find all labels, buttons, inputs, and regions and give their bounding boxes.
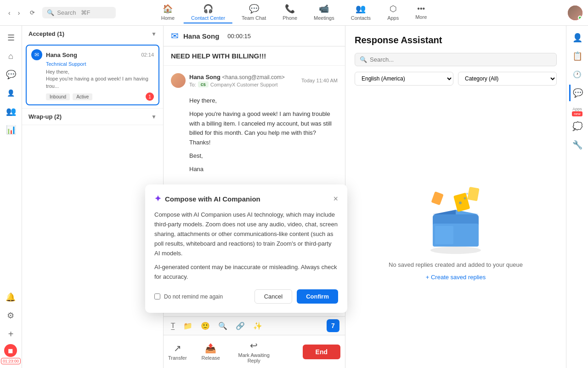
tab-team-chat[interactable]: 💬 Team Chat [234, 2, 273, 23]
link-button[interactable]: 🔗 [234, 320, 247, 332]
queue-item-name: Hana Song [46, 52, 141, 58]
sidebar-team-icon[interactable]: 👥 [3, 103, 19, 120]
contacts-icon: 👥 [356, 4, 366, 14]
modal-checkbox-label[interactable]: Do not remind me again [154, 293, 223, 300]
to-line: To: cs CompanyX Customer Support [189, 81, 285, 87]
chat-footer: ↗ Transfer 📤 Release ↩ Mark Awaiting Rep… [164, 335, 345, 368]
sidebar-settings-icon[interactable]: ⚙ [2, 307, 19, 324]
sidebar-history-icon[interactable]: 🕐 [569, 66, 586, 83]
call-timer: 00:00:15 [227, 33, 251, 40]
sidebar-chat-icon[interactable]: 💬 [3, 66, 19, 83]
sidebar-contact-icon[interactable]: 👤 [3, 85, 19, 101]
sender-name-email: Hana Song <hana.song@zmail.com> [189, 74, 285, 80]
nav-tabs: 🏠 Home 🎧 Contact Center 💬 Team Chat 📞 Ph… [154, 2, 435, 23]
avatar[interactable] [568, 6, 582, 20]
queue-item-header: ✉ Hana Song 02:14 [31, 49, 154, 60]
sidebar-chat2-icon[interactable]: 💭 [569, 118, 586, 135]
queue-item-tags: Inbound Active 1 [31, 92, 154, 101]
nav-arrows: ‹ › [6, 7, 23, 18]
tab-home[interactable]: 🏠 Home [154, 2, 182, 23]
modal-actions: Cancel Confirm [254, 289, 338, 304]
sidebar-menu-icon[interactable]: ☰ [3, 29, 19, 46]
tag-inbound: Inbound [46, 93, 70, 100]
category-select[interactable]: Category (All) Billing Technical General [458, 72, 557, 86]
tab-team-chat-label: Team Chat [242, 15, 266, 21]
to-badge: cs [198, 81, 209, 87]
release-button[interactable]: 📤 Release [202, 343, 220, 361]
ai-number-badge[interactable]: 7 [327, 319, 339, 332]
create-saved-replies-link[interactable]: + Create saved replies [426, 274, 486, 281]
tab-more[interactable]: ••• More [408, 3, 434, 23]
sidebar-user-info-icon[interactable]: 👤 [569, 29, 586, 46]
sidebar-bell-icon[interactable]: 🔔 [2, 289, 19, 305]
modal-cancel-button[interactable]: Cancel [254, 289, 292, 304]
apps-icon: ⬡ [390, 4, 397, 14]
tab-apps[interactable]: ⬡ Apps [380, 2, 406, 23]
search-bar[interactable]: 🔍 Search ⌘F [42, 7, 116, 18]
response-search-icon: 🔍 [360, 56, 367, 63]
mark-awaiting-button[interactable]: ↩ Mark Awaiting Reply [235, 340, 273, 363]
response-search[interactable]: 🔍 [355, 53, 557, 66]
forward-button[interactable]: › [15, 7, 23, 18]
modal-title-text: Compose with AI Companion [165, 195, 260, 203]
unread-badge: 1 [146, 92, 154, 101]
tab-contacts[interactable]: 👥 Contacts [344, 2, 378, 23]
search-icon: 🔍 [47, 9, 54, 16]
attach-button[interactable]: 📁 [181, 320, 194, 332]
home-icon: 🏠 [163, 4, 173, 14]
queue-item-preview: Hey there, Hope you're having a good wee… [31, 69, 154, 90]
sidebar-response-assistant-icon[interactable]: 💬 [569, 85, 586, 101]
sidebar-add-icon[interactable]: + [2, 326, 19, 342]
tab-phone[interactable]: 📞 Phone [275, 2, 305, 23]
sidebar-home-icon[interactable]: ⌂ [3, 48, 19, 64]
chat-subject: NEED HELP WITH BILLING!!! [164, 46, 345, 66]
mark-awaiting-label: Mark Awaiting Reply [235, 352, 273, 363]
end-button[interactable]: End [303, 345, 340, 359]
timer-widget[interactable]: ◼ 01:23:00 [1, 344, 21, 364]
tab-meetings[interactable]: 📹 Meetings [306, 2, 342, 23]
apps-section: Apps new [569, 107, 586, 116]
do-not-remind-checkbox[interactable] [154, 293, 160, 299]
queue-item-hana-song[interactable]: ✉ Hana Song 02:14 Technical Support Hey … [26, 45, 159, 105]
modal-confirm-button[interactable]: Confirm [297, 289, 338, 304]
right-sidebar: 👤 📋 🕐 💬 Apps new 💭 🔧 [566, 26, 588, 368]
contact-center-icon: 🎧 [203, 4, 213, 14]
more-icon: ••• [417, 5, 425, 13]
queue-panel: Accepted (1) ▼ ✉ Hana Song 02:14 Technic… [22, 26, 164, 368]
sidebar-notes-icon[interactable]: 📋 [569, 48, 586, 64]
preview-line2: Hope you're having a good week! I am hav… [46, 75, 154, 90]
emoji-button[interactable]: 🙂 [199, 320, 212, 332]
svg-rect-5 [453, 193, 470, 212]
response-search-input[interactable] [370, 56, 552, 63]
nav-right [568, 6, 582, 20]
tag-active: Active [73, 93, 92, 100]
response-filters: English (America) Spanish French Categor… [355, 72, 557, 86]
sidebar-analytics-icon[interactable]: 📊 [3, 121, 19, 138]
language-select[interactable]: English (America) Spanish French [355, 72, 453, 86]
back-button[interactable]: ‹ [6, 7, 13, 18]
empty-illustration [410, 173, 502, 256]
svg-rect-7 [431, 191, 443, 205]
release-label: Release [202, 355, 220, 361]
body-line-2: Hope you're having a good week! I am hav… [189, 109, 338, 148]
ai-badge-area: 7 [327, 319, 339, 332]
accepted-header[interactable]: Accepted (1) ▼ [22, 26, 163, 42]
svg-point-9 [464, 197, 466, 200]
sidebar-tool-icon[interactable]: 🔧 [569, 137, 586, 153]
modal-paragraph-2: AI-generated content may be inaccurate o… [154, 263, 338, 282]
wrapup-header[interactable]: Wrap-up (2) ▼ [22, 109, 163, 125]
format-button[interactable]: T̲ [169, 320, 177, 332]
modal-close-button[interactable]: × [333, 194, 338, 204]
tab-phone-label: Phone [283, 15, 297, 21]
transfer-button[interactable]: ↗ Transfer [168, 343, 187, 361]
svg-rect-4 [435, 226, 453, 244]
release-icon: 📤 [205, 343, 216, 354]
tab-apps-label: Apps [387, 15, 399, 21]
ai-compose-button[interactable]: ✨ [251, 320, 264, 332]
history-button[interactable]: ⟳ [26, 7, 39, 18]
search-compose-button[interactable]: 🔍 [216, 320, 229, 332]
modal-paragraph-1: Compose with AI Companion uses AI techno… [154, 210, 338, 258]
tab-contact-center[interactable]: 🎧 Contact Center [184, 2, 232, 23]
empty-state: No saved replies created and added to yo… [355, 95, 557, 359]
team-chat-icon: 💬 [249, 4, 259, 14]
